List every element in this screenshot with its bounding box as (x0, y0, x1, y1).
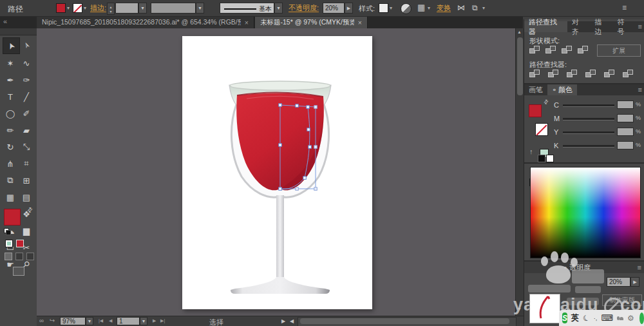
stroke-weight-field[interactable] (115, 3, 138, 14)
last-color-arrow-icon[interactable]: ↑ (529, 148, 533, 155)
horizontal-scroll-thumb[interactable] (300, 318, 509, 324)
panel-menu-icon[interactable]: ≡ (622, 3, 627, 12)
zoom-dropdown[interactable]: ▾ (86, 317, 93, 325)
document-canvas[interactable] (37, 28, 515, 316)
channel-m-field[interactable] (617, 114, 634, 122)
minus-back-icon[interactable] (623, 70, 633, 78)
zoom-field[interactable]: 97% (60, 317, 86, 325)
tab-align[interactable]: 对齐 (567, 21, 590, 32)
hscroll-right-icon[interactable]: ▶ (281, 318, 285, 324)
color-fill-proxy[interactable] (529, 104, 542, 117)
default-fill-stroke-icon[interactable] (4, 228, 10, 235)
tool-lasso[interactable]: ∿ (19, 55, 35, 71)
fill-color-swatch[interactable] (56, 3, 66, 13)
scroll-up-icon[interactable]: ▲ (517, 30, 522, 34)
unite-icon[interactable] (529, 46, 540, 54)
stroke-weight-stepper[interactable]: ▴▾ (107, 3, 115, 15)
trim-icon[interactable] (548, 70, 558, 78)
screen-mode-icon[interactable] (13, 267, 24, 276)
tab2-close-icon[interactable]: × (358, 19, 362, 26)
channel-y-field[interactable] (617, 128, 634, 136)
horizontal-scrollbar[interactable] (298, 317, 516, 326)
make-mask-button[interactable]: 制作蒙版 (602, 294, 642, 306)
crop-icon[interactable] (585, 70, 596, 78)
scroll-down-icon[interactable]: ▼ (517, 307, 522, 311)
tool-mesh[interactable]: ▦ (3, 189, 19, 205)
tool-anchor-point[interactable]: ✑ (19, 72, 35, 88)
tool-scale[interactable]: ⤡ (19, 139, 35, 155)
opacity-field[interactable]: 20% (323, 3, 345, 14)
sogou-logo-icon[interactable]: S (562, 312, 567, 323)
ime-language-toggle[interactable]: 英 (571, 312, 579, 323)
opacity-link[interactable]: 不透明度: (289, 4, 319, 12)
ime-green-badge-icon[interactable] (639, 312, 644, 324)
white-swatch[interactable] (546, 155, 554, 162)
tab-color[interactable]: ∘颜色 (547, 84, 577, 95)
align-icon[interactable]: ⋈ (457, 3, 465, 12)
channel-c-field[interactable] (617, 101, 634, 109)
minus-front-icon[interactable] (545, 46, 556, 54)
tool-width[interactable]: ⋔ (3, 156, 19, 171)
tool-direct-selection[interactable]: ➢ (19, 37, 35, 53)
tool-perspective-grid[interactable]: ⊞ (19, 173, 35, 188)
brush-definition-dropdown[interactable]: ▾ (274, 3, 283, 14)
ime-moon-icon[interactable]: ☾ (582, 312, 591, 323)
variable-width-field[interactable] (151, 3, 196, 14)
prev-artboard-icon[interactable]: ◀ (109, 318, 112, 323)
color-menu-icon[interactable]: ≡ (636, 84, 644, 95)
selection-thumbnail[interactable] (529, 294, 560, 323)
expand-button[interactable]: 扩展 (597, 44, 641, 57)
opacity-dropdown[interactable]: ▶ (345, 3, 353, 14)
transparency-opacity-field[interactable]: 20% (607, 277, 630, 287)
artboard-number-field[interactable]: 1 (117, 317, 140, 325)
tool-shape[interactable]: ◯ (3, 106, 19, 121)
stepper-up-icon[interactable]: ▴ (109, 5, 111, 9)
artboard[interactable] (182, 36, 372, 309)
symbol-options-icon[interactable]: ▦ (417, 3, 425, 12)
isolate-icon[interactable]: ⧉ (472, 3, 478, 12)
channel-c-slider[interactable] (563, 104, 614, 107)
tool-blob-brush[interactable]: ▰ (19, 122, 35, 138)
tool-rotate[interactable]: ↻ (3, 139, 19, 155)
tab1-close-icon[interactable]: × (245, 19, 249, 26)
pathfinder-menu-icon[interactable]: ≡ (636, 21, 644, 32)
color-stroke-proxy[interactable] (535, 123, 548, 136)
tab-pathfinder[interactable]: 路径查找器 (524, 21, 567, 32)
channel-k-slider[interactable] (563, 145, 614, 148)
tab-stroke[interactable]: 描边 (590, 21, 612, 32)
color-mode-button[interactable] (5, 240, 13, 247)
draw-behind-icon[interactable] (15, 253, 23, 260)
intersect-icon[interactable] (562, 46, 572, 54)
ime-profile-icon[interactable] (617, 314, 623, 323)
variable-width-dropdown[interactable]: ▾ (196, 3, 204, 14)
stroke-dropdown-icon[interactable]: ▾ (84, 5, 86, 11)
color-spectrum[interactable] (530, 167, 641, 258)
first-artboard-icon[interactable]: |◀ (99, 318, 103, 323)
tool-pencil[interactable]: ✏ (3, 122, 19, 138)
share-icon[interactable]: ↪ (50, 317, 55, 324)
merge-icon[interactable] (567, 70, 577, 78)
preview-toggle-icon[interactable]: ∞ (39, 317, 44, 324)
recolor-artwork-icon[interactable] (401, 3, 412, 14)
fill-dropdown-icon[interactable]: ▾ (67, 5, 70, 11)
collapse-dock-icon[interactable]: « (3, 17, 7, 25)
black-swatch[interactable] (538, 155, 545, 162)
brush-definition-field[interactable]: 基本 (220, 3, 274, 14)
tool-selection[interactable]: ➤ (3, 37, 20, 54)
tool-column-graph[interactable]: ▆ (19, 223, 35, 238)
stepper-down-icon[interactable]: ▾ (109, 9, 111, 14)
ime-settings-icon[interactable]: ⚙ (627, 314, 634, 323)
hscroll-left-icon[interactable]: ◀ (290, 318, 294, 324)
ime-punctuation-icon[interactable]: ·, (594, 315, 598, 321)
tab-document-2[interactable]: 未标题-15* @ 97% (CMYK/预览) × (255, 17, 368, 28)
divide-icon[interactable] (529, 70, 540, 78)
stroke-weight-dropdown[interactable]: ▾ (138, 3, 147, 14)
exclude-icon[interactable] (578, 46, 588, 54)
symbol-options-dropdown-icon[interactable]: ▾ (428, 5, 430, 11)
outline-icon[interactable] (604, 70, 614, 78)
vertical-scrollbar[interactable]: ▲ ▼ (515, 28, 524, 316)
tab-symbols[interactable]: 符号 (612, 21, 635, 32)
draw-inside-icon[interactable] (26, 253, 34, 260)
transparency-title[interactable]: 透明度 (569, 263, 591, 273)
style-swatch[interactable] (379, 3, 388, 13)
